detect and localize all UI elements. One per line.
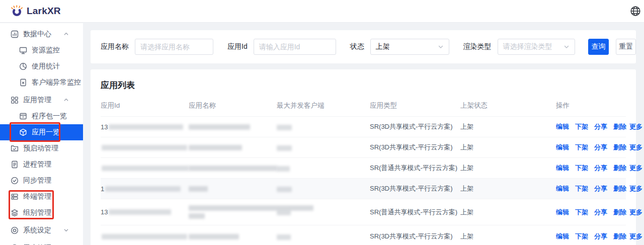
delete-link[interactable]: 删除 [613,208,626,217]
logo-text: LarkXR [27,6,61,17]
render-type-label: 渲染类型 [463,42,492,51]
sidebar-item-label: 使用统计 [32,62,60,71]
layers-icon [11,209,19,217]
share-link[interactable]: 分享 [594,122,607,131]
takedown-link[interactable]: 下架 [575,143,588,152]
sidebar-item-process-management[interactable]: 进程管理 [0,156,83,173]
delete-link[interactable]: 删除 [613,122,626,131]
takedown-link[interactable]: 下架 [575,208,588,217]
app-list-card: 应用列表 应用Id 应用名称 最大并发客户端 应用类型 上架状态 操作 13 S… [91,69,636,245]
app-type-cell: SR(普通共享模式-平行云方案) [370,208,457,216]
search-button[interactable]: 查询 [588,39,609,55]
share-link[interactable]: 分享 [594,232,607,241]
status-select[interactable]: 上架 [370,39,449,55]
delete-link[interactable]: 删除 [613,184,626,193]
sidebar-item-prelaunch-management[interactable]: 预启动管理 [0,140,83,156]
sidebar-item-user-management[interactable]: 用户管理 [0,240,83,245]
file-alert-icon [19,78,27,87]
sidebar-item-label: 应用一览 [32,128,60,137]
redacted-app-name [189,234,239,239]
sidebar-nav: 数据中心 资源监控 使用统计 客户端异常监控 应用管理 程序包一览 应用一览 预… [0,23,83,245]
table-row: 13 SR(普通共享模式-平行云方案) 上架 编辑 下架 分享 删除 更多 [101,199,626,225]
redacted-app-id [102,145,187,150]
table-title: 应用列表 [101,79,626,91]
app-name-label: 应用名称 [101,42,129,51]
sidebar-item-label: 资源监控 [32,46,60,55]
app-id-input[interactable] [254,39,336,55]
share-link[interactable]: 分享 [594,143,607,152]
reset-button[interactable]: 重置 [616,39,636,55]
folder-check-icon [11,144,19,152]
sidebar-item-usage-stats[interactable]: 使用统计 [0,58,83,74]
sidebar-item-label: 客户端异常监控 [32,78,81,87]
share-link[interactable]: 分享 [594,208,607,217]
app-table: 应用Id 应用名称 最大并发客户端 应用类型 上架状态 操作 13 SR(3D共… [101,98,626,245]
sidebar-item-app-list-selected[interactable]: 应用一览 [0,124,83,140]
redacted-app-name-line2 [189,213,205,219]
edit-link[interactable]: 编辑 [556,122,569,131]
delete-link[interactable]: 删除 [613,164,626,173]
delete-link[interactable]: 删除 [613,232,626,241]
redacted-app-id [109,209,171,215]
redacted-max-clients [277,234,291,240]
sidebar-item-label: 同步管理 [23,176,51,185]
redacted-app-id [105,186,181,192]
share-link[interactable]: 分享 [594,184,607,193]
edit-link[interactable]: 编辑 [556,184,569,193]
redacted-max-clients [277,210,291,215]
sidebar-item-client-exception-monitor[interactable]: 客户端异常监控 [0,74,83,91]
server-icon [11,193,19,201]
edit-link[interactable]: 编辑 [556,164,569,173]
sidebar-item-label: 预启动管理 [23,144,58,153]
table-row: 13 SR(3D共享模式-平行云方案) 上架 编辑 下架 分享 删除 更多 [101,117,626,137]
sidebar-item-app-management[interactable]: 应用管理 [0,92,83,108]
takedown-link[interactable]: 下架 [575,184,588,193]
render-type-select[interactable]: 请选择渲染类型 [498,39,575,55]
more-link[interactable]: 更多 [629,122,642,131]
sidebar-item-sync-management[interactable]: 同步管理 [0,173,83,189]
sidebar-item-system-settings[interactable]: 系统设定 [0,222,83,238]
sidebar-item-resource-monitor[interactable]: 资源监控 [0,42,83,58]
takedown-link[interactable]: 下架 [575,232,588,241]
col-app-id: 应用Id [101,98,189,117]
sidebar-item-terminal-management[interactable]: 终端管理 [0,189,83,205]
more-link[interactable]: 更多 [629,164,642,173]
edit-link[interactable]: 编辑 [556,208,569,217]
more-link[interactable]: 更多 [629,184,642,193]
redacted-app-id [102,166,189,171]
edit-link[interactable]: 编辑 [556,232,569,241]
sidebar-item-package-list[interactable]: 程序包一览 [0,108,83,124]
language-globe-icon[interactable] [630,6,641,17]
app-type-cell: SR(3D共享模式-平行云方案) [370,185,453,192]
sidebar-item-group-management[interactable]: 组别管理 [0,205,83,221]
cube-icon [19,128,27,136]
col-app-name: 应用名称 [189,98,277,117]
edit-link[interactable]: 编辑 [556,143,569,152]
app-name-input[interactable] [135,39,213,55]
takedown-link[interactable]: 下架 [575,122,588,131]
sidebar-item-label: 系统设定 [23,226,51,235]
package-icon [19,112,27,120]
sidebar-item-data-center[interactable]: 数据中心 [0,26,83,42]
table-row: SR(普通共享模式-平行云方案) 上架 编辑 下架 分享 删除 更多 [101,158,626,179]
takedown-link[interactable]: 下架 [575,164,588,173]
grid-icon [11,96,19,104]
more-link[interactable]: 更多 [629,232,642,241]
sidebar-item-label: 应用管理 [23,96,51,105]
delete-link[interactable]: 删除 [613,143,626,152]
redacted-max-clients [277,187,292,192]
redacted-max-clients [277,125,292,130]
col-status: 上架状态 [460,98,556,117]
redacted-max-clients [277,145,292,151]
more-link[interactable]: 更多 [629,208,642,217]
logo: LarkXR [10,5,61,18]
sidebar-item-label: 终端管理 [23,192,51,201]
status-cell: 上架 [460,185,473,192]
more-link[interactable]: 更多 [629,143,642,152]
main-content: 应用名称 应用Id 状态 上架 渲染类型 请选择渲染类型 查询 重置 应用列表 … [83,23,644,245]
table-row: 1 SR(3D共享模式-平行云方案) 上架 编辑 下架 分享 删除 更多 [101,179,626,199]
status-cell: 上架 [460,208,473,216]
share-link[interactable]: 分享 [594,164,607,173]
app-type-cell: SR(3D共享模式-平行云方案) [370,232,453,240]
redacted-app-name [189,205,313,211]
